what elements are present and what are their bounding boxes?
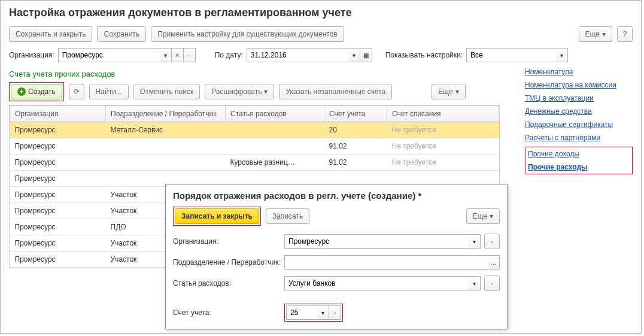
dlg-save-close-button[interactable]: Записать и закрыть xyxy=(175,208,259,224)
dlg-account-input[interactable]: ▾ ▫ xyxy=(286,305,341,320)
refresh-button[interactable]: ⟳ xyxy=(69,84,84,99)
col-writeoff[interactable]: Счет списания xyxy=(387,106,499,122)
chevron-down-icon: ▾ xyxy=(602,30,606,38)
highlight-save-close: Записать и закрыть xyxy=(173,207,261,226)
apply-button[interactable]: Применить настройку для существующих док… xyxy=(151,26,344,42)
cell-dept: Металл-Сервис xyxy=(106,122,226,138)
show-field[interactable] xyxy=(466,48,556,62)
nav-partners[interactable]: Расчеты с партнерами xyxy=(525,134,633,142)
nav-komissiya[interactable]: Номенклатура на комиссии xyxy=(525,81,633,89)
show-input[interactable]: ▾ xyxy=(466,48,568,62)
org-field[interactable] xyxy=(58,48,160,62)
create-dialog: Порядок отражения расходов в регл. учете… xyxy=(165,184,508,329)
cell-account: 91.02 xyxy=(324,155,387,171)
chevron-down-icon: ▾ xyxy=(490,212,493,220)
refresh-icon: ⟳ xyxy=(74,87,80,96)
dropdown-icon[interactable]: ▾ xyxy=(348,48,360,62)
nav-sidebar: Номенклатура Номенклатура на комиссии ТМ… xyxy=(525,68,633,174)
plus-icon: + xyxy=(17,87,26,96)
nav-tmc[interactable]: ТМЦ в эксплуатации xyxy=(525,94,633,102)
cell-org: Промресурс xyxy=(10,171,106,187)
open-icon[interactable]: ▫ xyxy=(184,48,196,62)
dialog-title: Порядок отражения расходов в регл. учете… xyxy=(166,184,507,204)
open-icon: ▫ xyxy=(491,237,493,246)
dlg-account-label: Счет учета: xyxy=(173,308,281,317)
col-org[interactable]: Организация xyxy=(10,106,106,122)
help-button[interactable]: ? xyxy=(617,26,633,42)
dlg-org-open[interactable]: ▫ xyxy=(484,234,500,249)
dlg-org-field[interactable] xyxy=(284,234,469,249)
table-row[interactable]: ПромресурсМеталл-Сервис20Не требуется xyxy=(10,122,499,138)
highlight-account: ▾ ▫ xyxy=(284,304,343,322)
ellipsis-icon[interactable]: … xyxy=(488,255,500,270)
grid-more-button[interactable]: Еще ▾ xyxy=(432,84,465,99)
dlg-dept-field[interactable] xyxy=(284,255,488,270)
cell-org: Промресурс xyxy=(10,155,106,171)
dropdown-icon[interactable]: ▾ xyxy=(317,305,329,320)
dlg-item-open[interactable]: ▫ xyxy=(484,276,500,291)
dlg-org-input[interactable]: ▾ xyxy=(284,234,481,249)
dlg-org-row: Организация: ▾ ▫ xyxy=(166,231,507,252)
cell-dept xyxy=(106,155,226,171)
dlg-account-field[interactable] xyxy=(286,305,317,320)
cell-org: Промресурс xyxy=(10,252,106,268)
save-button[interactable]: Сохранить xyxy=(97,26,146,42)
dlg-save-button[interactable]: Записать xyxy=(266,208,309,224)
dlg-org-label: Организация: xyxy=(173,237,281,246)
table-row[interactable]: ПромресурсКурсовые разниц…91.02Не требуе… xyxy=(10,155,499,171)
find-button[interactable]: Найти... xyxy=(89,84,129,99)
highlight-nav: Прочие доходы Прочие расходы xyxy=(525,147,633,174)
cell-org: Промресурс xyxy=(10,122,106,138)
top-toolbar: Сохранить и закрыть Сохранить Применить … xyxy=(1,23,641,46)
unfilled-button[interactable]: Указать незаполненные счета xyxy=(279,84,392,99)
calendar-icon[interactable]: ▦ xyxy=(360,48,372,62)
nav-gift[interactable]: Подарочные сертификаты xyxy=(525,120,633,129)
cell-dept xyxy=(106,138,226,155)
dropdown-icon[interactable]: ▾ xyxy=(469,234,481,249)
table-row[interactable]: Промресурс91.02Не требуется xyxy=(10,138,499,155)
cell-writeoff: Не требуется xyxy=(387,138,499,155)
dlg-dept-row: Подразделение / Переработчик: … xyxy=(166,252,507,273)
show-label: Показывать настройки: xyxy=(385,51,463,59)
more-button[interactable]: Еще ▾ xyxy=(579,26,612,42)
dlg-dept-input[interactable]: … xyxy=(284,255,500,270)
save-close-button[interactable]: Сохранить и закрыть xyxy=(9,26,92,42)
date-input[interactable]: ▾ ▦ xyxy=(247,48,372,62)
dlg-item-field[interactable] xyxy=(284,276,469,290)
col-dept[interactable]: Подразделение / Переработчик xyxy=(106,106,226,122)
dlg-item-row: Статья расходов: ▾ ▫ xyxy=(166,273,507,294)
cell-org: Промресурс xyxy=(10,235,106,252)
org-input[interactable]: ▾ × ▫ xyxy=(58,48,196,62)
cancel-find-button[interactable]: Отменить поиск xyxy=(133,84,200,99)
open-icon[interactable]: ▫ xyxy=(329,305,341,320)
dropdown-icon[interactable]: ▾ xyxy=(160,48,172,62)
cell-account: 91.02 xyxy=(324,138,387,155)
dropdown-icon[interactable]: ▾ xyxy=(556,48,568,62)
dlg-more-button[interactable]: Еще ▾ xyxy=(466,208,500,224)
cell-item: Курсовые разниц… xyxy=(226,155,324,171)
create-button[interactable]: +Создать xyxy=(11,84,62,99)
nav-nomenklatura[interactable]: Номенклатура xyxy=(525,68,633,76)
dialog-toolbar: Записать и закрыть Записать Еще ▾ xyxy=(166,204,507,231)
cell-org: Промресурс xyxy=(10,203,106,219)
cell-writeoff: Не требуется xyxy=(387,155,499,171)
decode-button[interactable]: Расшифровать ▾ xyxy=(205,84,274,99)
page-title: Настройка отражения документов в регламе… xyxy=(9,7,633,19)
cell-account: 20 xyxy=(324,122,387,138)
dropdown-icon[interactable]: ▾ xyxy=(469,276,481,290)
header: Настройка отражения документов в регламе… xyxy=(1,1,641,23)
col-item[interactable]: Статья расходов xyxy=(226,106,324,122)
nav-cash[interactable]: Денежные средства xyxy=(525,107,633,116)
filter-row: Организация: ▾ × ▫ По дату: ▾ ▦ Показыва… xyxy=(1,46,641,65)
cell-writeoff: Не требуется xyxy=(387,122,499,138)
highlight-create: +Создать xyxy=(9,82,64,101)
open-icon: ▫ xyxy=(491,279,493,287)
dlg-item-input[interactable]: ▾ xyxy=(284,276,481,290)
chevron-down-icon: ▾ xyxy=(455,87,459,96)
clear-icon[interactable]: × xyxy=(172,48,184,62)
nav-other-expense[interactable]: Прочие расходы xyxy=(528,163,630,171)
nav-other-income[interactable]: Прочие доходы xyxy=(528,150,630,158)
col-account[interactable]: Счет учета xyxy=(324,106,387,122)
org-label: Организация: xyxy=(9,51,54,59)
date-field[interactable] xyxy=(247,48,348,62)
